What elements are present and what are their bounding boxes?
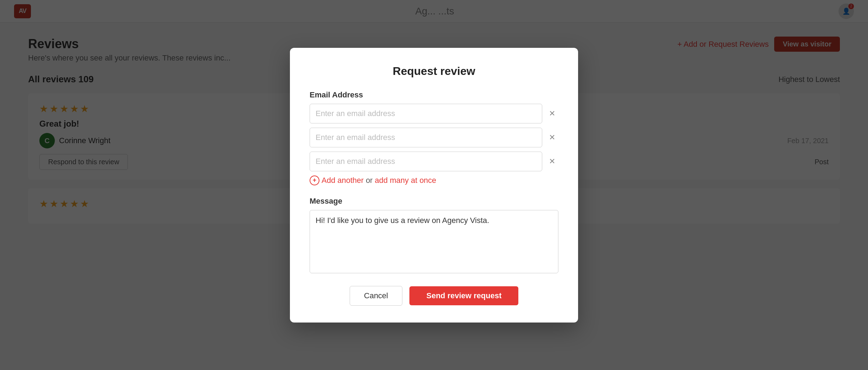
clear-email-2-button[interactable]: ✕: [546, 131, 558, 144]
email-input-row-2: ✕: [310, 128, 558, 147]
email-input-row-3: ✕: [310, 152, 558, 171]
add-another-link[interactable]: Add another: [322, 176, 364, 185]
clear-email-1-button[interactable]: ✕: [546, 107, 558, 120]
email-input-3[interactable]: [310, 152, 542, 171]
separator-text: or: [366, 176, 373, 185]
modal-title: Request review: [310, 65, 558, 78]
clear-email-3-button[interactable]: ✕: [546, 155, 558, 168]
email-section-label: Email Address: [310, 90, 558, 100]
add-icon: +: [310, 176, 319, 185]
message-textarea[interactable]: Hi! I'd like you to give us a review on …: [310, 210, 558, 273]
request-review-modal: Request review Email Address ✕ ✕ ✕ + Add…: [290, 48, 578, 323]
add-many-link[interactable]: add many at once: [375, 176, 436, 185]
cancel-button[interactable]: Cancel: [350, 286, 402, 306]
message-section-label: Message: [310, 197, 558, 206]
email-input-1[interactable]: [310, 104, 542, 123]
modal-overlay: Request review Email Address ✕ ✕ ✕ + Add…: [0, 0, 868, 370]
email-input-2[interactable]: [310, 128, 542, 147]
add-another-row: + Add another or add many at once: [310, 176, 558, 185]
send-review-request-button[interactable]: Send review request: [409, 286, 518, 305]
email-input-row-1: ✕: [310, 104, 558, 123]
modal-actions: Cancel Send review request: [310, 286, 558, 306]
